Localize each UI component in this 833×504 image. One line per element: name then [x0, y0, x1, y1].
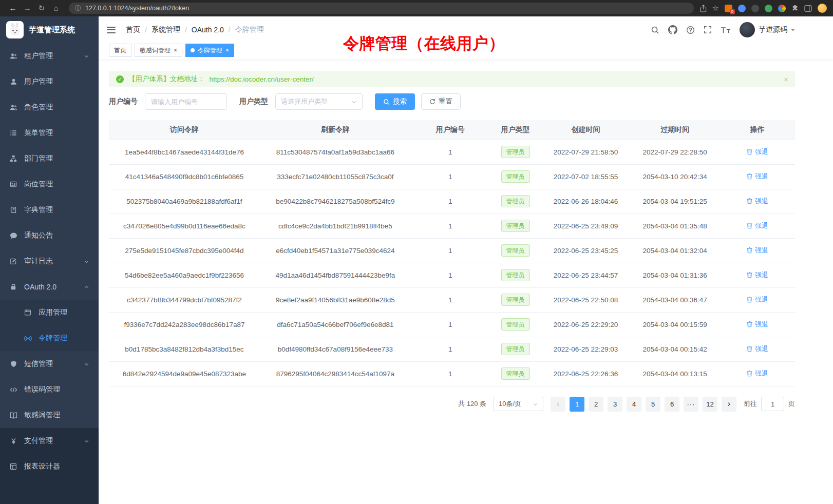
page-button-3[interactable]: 3: [608, 397, 622, 412]
tab-token[interactable]: 令牌管理×: [185, 44, 234, 57]
access-token-cell: b0d1785bc3a8482f812db4a3f3bd15ec: [109, 337, 260, 361]
user-menu[interactable]: 芋道源码: [740, 22, 795, 37]
chevron-down-icon: [84, 361, 89, 367]
search-button[interactable]: 搜索: [375, 93, 415, 110]
page-button-5[interactable]: 5: [646, 397, 660, 412]
info-alert: ✓ 【用户体系】文档地址： https://doc.iocoder.cn/use…: [109, 71, 795, 87]
expire-time-cell: 2054-03-04 00:15:42: [630, 337, 720, 361]
bookmark-star-icon[interactable]: ☆: [712, 4, 719, 13]
force-logout-button[interactable]: 强退: [746, 197, 768, 206]
refresh-icon[interactable]: ↻: [35, 0, 48, 16]
success-check-icon: ✓: [116, 75, 124, 83]
font-size-icon[interactable]: [721, 26, 731, 34]
prev-page-button[interactable]: ‹: [551, 397, 565, 412]
sidebar-item-dept[interactable]: 部门管理: [0, 146, 99, 171]
app-logo[interactable]: 芋道管理系统: [0, 16, 99, 43]
sidebar-item-error-code[interactable]: 错误码管理: [0, 377, 99, 402]
force-logout-label: 强退: [755, 221, 768, 230]
user-type-badge: 管理员: [501, 367, 530, 380]
sidebar-item-label: 报表设计器: [24, 462, 89, 471]
doc-link[interactable]: https://doc.iocoder.cn/user-center/: [210, 75, 314, 83]
force-logout-label: 强退: [755, 295, 768, 304]
github-icon[interactable]: [668, 25, 677, 34]
force-logout-button[interactable]: 强退: [746, 344, 768, 354]
next-page-button[interactable]: ›: [722, 397, 736, 412]
sidebar-item-sensitive-word[interactable]: 敏感词管理: [0, 402, 99, 428]
puzzle-icon[interactable]: [791, 5, 799, 12]
force-logout-button[interactable]: 强退: [746, 147, 768, 157]
user-id-input[interactable]: [145, 93, 227, 110]
tab-sensitive-word[interactable]: 敏感词管理×: [135, 44, 182, 57]
close-icon[interactable]: ×: [225, 47, 229, 53]
extension-icon-multicolor[interactable]: [778, 5, 786, 12]
refresh-token-cell: be90422b8c7946218275a508bf524fc9: [260, 189, 411, 214]
sidebar-item-sms[interactable]: 短信管理: [0, 351, 99, 377]
close-icon[interactable]: ×: [174, 47, 177, 53]
page-button-12[interactable]: 12: [703, 397, 717, 412]
tab-home[interactable]: 首页: [109, 44, 131, 57]
more-pages-button[interactable]: ···: [684, 397, 698, 412]
refresh-token-cell: 8796295f04064c2983414cc54af1097a: [260, 361, 411, 386]
sidebar-item-post[interactable]: 岗位管理: [0, 171, 99, 197]
breadcrumb-item[interactable]: OAuth 2.0: [192, 26, 224, 34]
reset-button[interactable]: 重置: [421, 93, 461, 110]
force-logout-button[interactable]: 强退: [746, 369, 768, 378]
yen-icon: [9, 438, 17, 444]
help-icon[interactable]: [686, 26, 695, 34]
sidebar-item-report[interactable]: 报表设计器: [0, 454, 99, 479]
page-size-select[interactable]: 10条/页: [494, 397, 543, 411]
home-icon[interactable]: ⌂: [49, 0, 63, 16]
page-button-2[interactable]: 2: [589, 397, 603, 412]
user-type-select[interactable]: 请选择用户类型: [275, 93, 363, 110]
chevron-down-icon: [351, 99, 357, 105]
fullscreen-icon[interactable]: [704, 26, 712, 34]
breadcrumb-item[interactable]: 系统管理: [152, 25, 180, 34]
page-button-4[interactable]: 4: [627, 397, 641, 412]
search-form: 用户编号 用户类型 请选择用户类型 搜索 重置: [109, 93, 795, 110]
info-icon[interactable]: ⓘ: [75, 5, 81, 11]
force-logout-button[interactable]: 强退: [746, 320, 768, 329]
refresh-token-cell: dfa6c71a50a54c66bef706ef9e6e8d81: [260, 312, 411, 337]
extension-icon-blue[interactable]: [738, 5, 746, 12]
force-logout-button[interactable]: 强退: [746, 295, 768, 304]
sidebar-item-audit-log[interactable]: 审计日志: [0, 248, 99, 274]
collapse-menu-icon[interactable]: [107, 27, 116, 33]
sidebar-item-oauth2-app[interactable]: 应用管理: [0, 300, 99, 325]
back-icon[interactable]: ←: [6, 0, 20, 16]
page-button-1[interactable]: 1: [570, 397, 584, 412]
sidebar-item-label: 岗位管理: [24, 180, 89, 189]
sidebar-item-oauth2[interactable]: OAuth 2.0: [0, 274, 99, 300]
sidebar-item-notice[interactable]: 通知公告: [0, 223, 99, 248]
forward-icon[interactable]: →: [21, 0, 34, 16]
sidebar-item-dict[interactable]: 字典管理: [0, 197, 99, 223]
sidebar-item-pay[interactable]: 支付管理: [0, 428, 99, 454]
user-id-label: 用户编号: [109, 97, 138, 106]
trash-icon: [746, 370, 753, 377]
table-row: 502375b8040a469a9b82188afdf6af1fbe90422b…: [109, 189, 795, 214]
sidebar-item-menu[interactable]: 菜单管理: [0, 120, 99, 146]
sidebar-item-tenant[interactable]: 租户管理: [0, 43, 99, 69]
user-icon: [9, 78, 17, 86]
extension-icon-green[interactable]: [765, 5, 772, 12]
share-icon[interactable]: [700, 5, 707, 12]
trash-icon: [746, 247, 753, 254]
side-panel-icon[interactable]: [804, 5, 812, 12]
close-icon[interactable]: ×: [784, 75, 788, 83]
force-logout-button[interactable]: 强退: [746, 270, 768, 280]
page-button-6[interactable]: 6: [665, 397, 679, 412]
force-logout-button[interactable]: 强退: [746, 246, 768, 255]
sidebar-item-oauth2-token[interactable]: 令牌管理: [0, 325, 99, 351]
force-logout-button[interactable]: 强退: [746, 172, 768, 181]
force-logout-button[interactable]: 强退: [746, 221, 768, 230]
browser-profile-avatar[interactable]: [818, 4, 827, 13]
sidebar-item-label: 支付管理: [24, 436, 77, 445]
sidebar-item-user[interactable]: 用户管理: [0, 69, 99, 94]
search-icon[interactable]: [651, 26, 659, 34]
url-bar[interactable]: ⓘ 127.0.0.1:1024/system/oauth2/token: [69, 3, 694, 14]
goto-page-input[interactable]: [761, 397, 784, 411]
column-header: 过期时间: [630, 120, 720, 140]
breadcrumb-item[interactable]: 首页: [126, 25, 140, 34]
extension-icon-dark[interactable]: [751, 5, 759, 12]
extension-icon-orange[interactable]: 0: [725, 5, 732, 12]
sidebar-item-role[interactable]: 角色管理: [0, 94, 99, 120]
